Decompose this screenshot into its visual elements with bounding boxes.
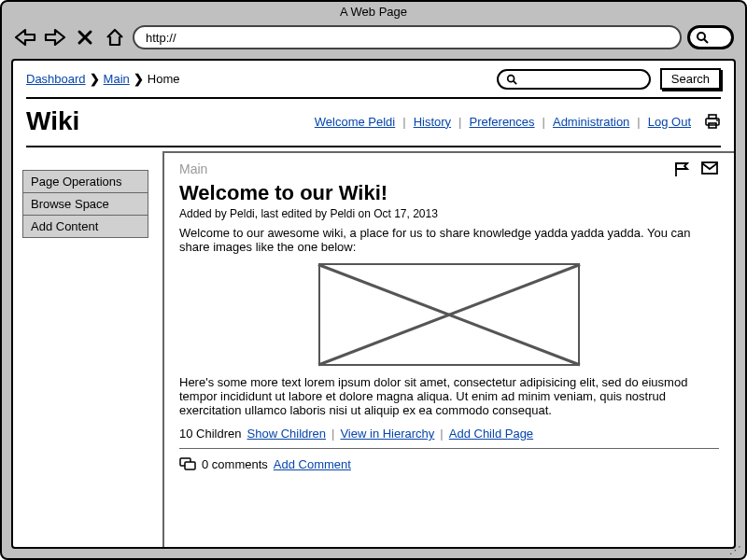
comments-icon bbox=[179, 456, 196, 471]
sidebar-add-content[interactable]: Add Content bbox=[22, 215, 148, 238]
window-title: A Web Page bbox=[2, 2, 745, 21]
url-text: http:// bbox=[146, 31, 176, 45]
welcome-link[interactable]: Welcome Peldi bbox=[315, 115, 395, 129]
add-comment-link[interactable]: Add Comment bbox=[274, 457, 351, 471]
body-text: Here's some more text lorem ipsum dolor … bbox=[179, 375, 719, 417]
svg-line-3 bbox=[514, 80, 516, 83]
sidebar: Page Operations Browse Space Add Content bbox=[13, 151, 162, 547]
chevron-right-icon: ❯ bbox=[134, 72, 144, 86]
url-bar[interactable]: http:// bbox=[133, 25, 682, 49]
site-header: Wiki Welcome Peldi | History | Preferenc… bbox=[13, 103, 734, 142]
site-title: Wiki bbox=[26, 106, 79, 136]
page-title: Welcome to our Wiki! bbox=[179, 181, 719, 205]
divider bbox=[26, 146, 721, 147]
breadcrumb: Dashboard ❯ Main ❯ Home bbox=[26, 72, 179, 86]
flag-icon[interactable] bbox=[672, 161, 691, 177]
comments-row: 0 comments Add Comment bbox=[179, 456, 719, 471]
space-label: Main bbox=[179, 161, 207, 176]
svg-rect-5 bbox=[706, 119, 719, 125]
children-count: 10 Children bbox=[179, 427, 242, 441]
page-byline: Added by Peldi, last edited by Peldi on … bbox=[179, 207, 719, 220]
page-panel: Main Welcome to our Wiki! Added by Peldi… bbox=[162, 151, 734, 547]
svg-point-0 bbox=[698, 33, 705, 40]
image-placeholder bbox=[318, 263, 580, 366]
browser-toolbar: http:// bbox=[2, 21, 745, 59]
logout-link[interactable]: Log Out bbox=[648, 115, 691, 129]
forward-icon[interactable] bbox=[43, 27, 67, 48]
view-hierarchy-link[interactable]: View in Hierarchy bbox=[340, 427, 434, 441]
show-children-link[interactable]: Show Children bbox=[247, 427, 327, 441]
intro-text: Welcome to our awesome wiki, a place for… bbox=[179, 226, 719, 254]
resize-grip-icon[interactable]: ⋰ bbox=[729, 544, 740, 556]
print-icon[interactable] bbox=[704, 114, 721, 129]
svg-point-2 bbox=[508, 75, 514, 81]
add-child-page-link[interactable]: Add Child Page bbox=[449, 427, 533, 441]
browser-search[interactable] bbox=[687, 25, 734, 49]
divider bbox=[26, 97, 721, 99]
search-button[interactable]: Search bbox=[660, 68, 721, 90]
stop-icon[interactable] bbox=[73, 27, 97, 48]
breadcrumb-current: Home bbox=[148, 72, 180, 86]
browser-window: A Web Page http:// Dashboard ❯ Main ❯ bbox=[0, 0, 747, 560]
svg-rect-11 bbox=[185, 462, 195, 469]
home-icon[interactable] bbox=[103, 27, 127, 48]
chevron-right-icon: ❯ bbox=[90, 72, 100, 86]
page-content: Dashboard ❯ Main ❯ Home Search Wiki Welc… bbox=[11, 59, 736, 549]
children-row: 10 Children Show Children | View in Hier… bbox=[179, 427, 719, 441]
search-input[interactable] bbox=[497, 69, 651, 90]
breadcrumb-main[interactable]: Main bbox=[104, 72, 130, 86]
top-bar: Dashboard ❯ Main ❯ Home Search bbox=[13, 61, 734, 93]
envelope-icon[interactable] bbox=[700, 161, 719, 177]
divider bbox=[179, 448, 719, 449]
administration-link[interactable]: Administration bbox=[553, 115, 629, 129]
preferences-link[interactable]: Preferences bbox=[469, 115, 534, 129]
main-layout: Page Operations Browse Space Add Content… bbox=[13, 151, 734, 547]
breadcrumb-dashboard[interactable]: Dashboard bbox=[26, 72, 86, 86]
sidebar-browse-space[interactable]: Browse Space bbox=[22, 192, 148, 216]
sidebar-page-operations[interactable]: Page Operations bbox=[22, 170, 148, 193]
history-link[interactable]: History bbox=[414, 115, 451, 129]
svg-point-7 bbox=[716, 119, 718, 121]
header-nav: Welcome Peldi | History | Preferences | … bbox=[315, 114, 721, 129]
comments-count: 0 comments bbox=[202, 457, 268, 471]
back-icon[interactable] bbox=[13, 27, 37, 48]
svg-line-1 bbox=[704, 39, 708, 43]
